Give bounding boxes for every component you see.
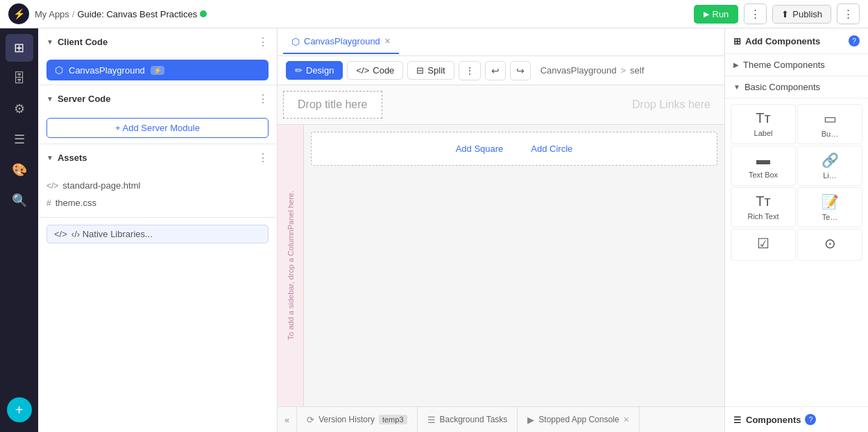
undo-button[interactable]: ↩	[485, 61, 506, 80]
canvas-playground-item[interactable]: ⬡ CanvasPlayground ⚡	[46, 60, 269, 80]
bottom-tab-background-tasks[interactable]: ☰ Background Tasks	[418, 407, 518, 432]
canvas-area: ⬡ CanvasPlayground ✕ ✏ Design </> Code ⊟…	[278, 28, 724, 432]
basic-components-label: Basic Components	[744, 82, 820, 92]
sidebar-icon-paint[interactable]: 🎨	[6, 156, 33, 184]
add-shape-row: Add Square Add Circle	[311, 132, 717, 166]
canvas-tab-playground[interactable]: ⬡ CanvasPlayground ✕	[283, 31, 399, 54]
breadcrumb-current: Guide: Canvas Best Practices	[77, 9, 197, 19]
redo-button[interactable]: ↪	[510, 61, 531, 80]
sidebar-icon-list[interactable]: ☰	[6, 126, 33, 153]
components-bottom: ☰ Components ?	[725, 406, 868, 432]
top-nav-left: ⚡ My Apps / Guide: Canvas Best Practices	[8, 3, 207, 24]
client-code-chevron: ▼	[46, 38, 53, 46]
app-console-close[interactable]: ✕	[623, 415, 629, 424]
server-code-title-row: ▼ Server Code	[46, 94, 111, 104]
breadcrumb-apps-link[interactable]: My Apps	[35, 9, 69, 19]
sidebar-icon-db[interactable]: 🗄	[6, 64, 33, 92]
sidebar-icon-settings[interactable]: ⚙	[6, 95, 33, 123]
component-checkbox[interactable]: ☑	[731, 229, 796, 261]
bottom-tab-app-console[interactable]: ▶ Stopped App Console ✕	[518, 407, 640, 432]
drop-title-area[interactable]: Drop title here	[283, 91, 382, 119]
add-circle-button[interactable]: Add Circle	[531, 144, 572, 154]
basic-chevron: ▼	[733, 83, 740, 91]
app-console-label: Stopped App Console	[538, 415, 619, 424]
component-button[interactable]: ▭ Bu…	[797, 104, 862, 144]
assets-chevron: ▼	[46, 154, 53, 162]
toolbar-more-button[interactable]: ⋮	[459, 61, 481, 80]
upload-icon: ⬆	[781, 9, 789, 19]
basic-components-section[interactable]: ▼ Basic Components	[725, 76, 868, 98]
server-code-section: ▼ Server Code ⋮ + Add Server Module	[38, 85, 277, 144]
client-code-header[interactable]: ▼ Client Code ⋮	[38, 28, 277, 55]
html-file-icon: </>	[46, 181, 58, 191]
drop-title-text: Drop title here	[298, 98, 368, 110]
more-button[interactable]: ⋮	[744, 3, 767, 24]
add-square-button[interactable]: Add Square	[456, 144, 504, 154]
design-button[interactable]: ✏ Design	[286, 61, 343, 80]
canvas-tab-close[interactable]: ✕	[384, 37, 391, 46]
breadcrumb: My Apps / Guide: Canvas Best Practices	[35, 9, 207, 19]
collapse-button[interactable]: «	[278, 407, 297, 432]
background-tasks-label: Background Tasks	[440, 415, 508, 424]
right-panel: ⊞ Add Components ? ▶ Theme Components ▼ …	[724, 28, 868, 432]
assets-dots[interactable]: ⋮	[257, 151, 269, 164]
sidebar-icon-plus[interactable]: +	[6, 396, 33, 424]
add-button[interactable]: +	[7, 397, 32, 422]
sidebar-icon-grid[interactable]: ⊞	[6, 34, 33, 62]
code-button[interactable]: </> Code	[347, 61, 403, 80]
server-code-header[interactable]: ▼ Server Code ⋮	[38, 85, 277, 112]
client-code-dots[interactable]: ⋮	[257, 35, 269, 49]
asset-css-name: theme.css	[56, 198, 96, 208]
component-label[interactable]: Tт Label	[731, 104, 796, 144]
textbox-component-label: Text Box	[749, 171, 778, 179]
theme-components-section[interactable]: ▶ Theme Components	[725, 54, 868, 76]
publish-more-button[interactable]: ⋮	[837, 3, 860, 24]
add-components-label: Add Components	[745, 36, 820, 46]
theme-components-label: Theme Components	[743, 60, 825, 70]
add-server-module-button[interactable]: + Add Server Module	[46, 118, 269, 138]
split-label: Split	[427, 65, 445, 76]
lightning-badge: ⚡	[151, 66, 164, 75]
main-layout: ⊞ 🗄 ⚙ ☰ 🎨 🔍 + ▼ Client Code ⋮ ⬡ CanvasPl…	[0, 28, 868, 432]
server-code-dots[interactable]: ⋮	[257, 92, 269, 105]
play-icon: ▶	[704, 10, 709, 19]
canvas-item-icon: ⬡	[55, 64, 63, 76]
top-nav-right: ▶ Run ⋮ ⬆ Publish ⋮	[694, 3, 860, 24]
components-help-badge[interactable]: ?	[805, 414, 816, 425]
server-code-chevron: ▼	[46, 95, 53, 103]
assets-label: Assets	[58, 153, 87, 163]
drop-links-text: Drop Links here	[632, 98, 710, 111]
asset-html-name: standard-page.html	[62, 180, 140, 191]
publish-button[interactable]: ⬆ Publish	[772, 5, 831, 24]
run-button[interactable]: ▶ Run	[694, 5, 739, 24]
button-component-label: Bu…	[822, 130, 838, 138]
component-link[interactable]: 🔗 Li…	[797, 146, 862, 186]
split-button[interactable]: ⊟ Split	[407, 61, 454, 80]
run-label: Run	[713, 9, 729, 19]
version-history-icon: ⟳	[307, 415, 314, 425]
components-bottom-icon: ☰	[733, 415, 742, 425]
canvas-playground-label: CanvasPlayground	[69, 65, 145, 76]
canvas-toolbar: ✏ Design </> Code ⊟ Split ⋮ ↩ ↪ CanvasPl…	[278, 56, 724, 85]
sidebar-drop-text: To add a sidebar, drop a ColumnPanel her…	[287, 191, 295, 340]
native-lib-icon: </>	[54, 229, 67, 239]
asset-item-html[interactable]: </> standard-page.html	[46, 177, 269, 194]
collapse-icon: «	[284, 415, 289, 425]
canvas-body: Drop title here Drop Links here To add a…	[278, 85, 724, 406]
native-section: </> ‹/› Native Libraries...	[38, 218, 277, 250]
assets-header[interactable]: ▼ Assets ⋮	[38, 144, 277, 171]
component-radio[interactable]: ⊙	[797, 229, 862, 261]
version-history-badge: temp3	[379, 415, 407, 424]
native-libraries-button[interactable]: </> ‹/› Native Libraries...	[46, 225, 269, 243]
component-richtext[interactable]: Tт Rich Text	[731, 187, 796, 227]
canvas-tab-icon: ⬡	[291, 36, 300, 47]
add-components-help[interactable]: ?	[849, 35, 860, 46]
assets-title-row: ▼ Assets	[46, 153, 87, 163]
component-textbox[interactable]: ▬ Text Box	[731, 146, 796, 186]
drop-links-area[interactable]: Drop Links here	[388, 85, 725, 124]
component-text[interactable]: 📝 Te…	[797, 187, 862, 227]
bottom-tab-version-history[interactable]: ⟳ Version History temp3	[297, 407, 417, 432]
right-panel-header: ⊞ Add Components ?	[725, 28, 868, 54]
asset-item-css[interactable]: # theme.css	[46, 194, 269, 211]
sidebar-icon-search[interactable]: 🔍	[6, 187, 33, 214]
